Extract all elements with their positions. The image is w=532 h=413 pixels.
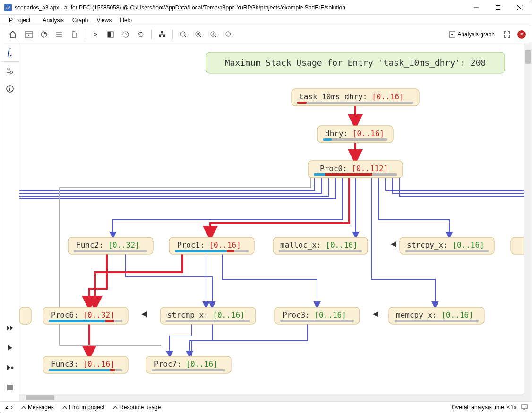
svg-rect-58 xyxy=(74,250,147,252)
svg-rect-39 xyxy=(7,385,13,390)
svg-rect-4 xyxy=(26,31,32,38)
menu-graph[interactable]: Graph xyxy=(69,16,92,25)
expand-icon[interactable] xyxy=(391,241,396,247)
node-proc3[interactable]: Proc3: [0..16] xyxy=(275,307,360,324)
sliders-icon[interactable] xyxy=(1,62,19,80)
zoom-fit-icon[interactable] xyxy=(192,28,205,41)
node-offscreen-left[interactable] xyxy=(19,307,31,324)
refresh-icon[interactable] xyxy=(134,28,147,41)
pie-icon[interactable] xyxy=(37,28,51,41)
svg-rect-14 xyxy=(161,31,163,33)
close-panel-icon[interactable]: ✕ xyxy=(517,30,526,39)
expand-statusbar-icon[interactable]: › xyxy=(4,404,13,411)
find-in-project-button[interactable]: Find in project xyxy=(62,404,104,411)
svg-text:Proc1: [0..16]: Proc1: [0..16] xyxy=(177,241,241,250)
node-strcpy-x[interactable]: strcpy_x: [0..16] xyxy=(400,237,494,254)
node-malloc-x[interactable]: malloc_x: [0..16] xyxy=(273,237,368,254)
svg-point-32 xyxy=(7,68,9,70)
svg-rect-80 xyxy=(280,320,354,322)
svg-text:dhry: [0..16]: dhry: [0..16] xyxy=(325,129,384,138)
svg-rect-92 xyxy=(522,405,527,409)
menu-project[interactable]: Project xyxy=(5,16,38,25)
svg-point-36 xyxy=(9,87,10,88)
node-task-10ms-dhry[interactable]: task_10ms_dhry: [0..16] xyxy=(292,89,419,106)
svg-rect-62 xyxy=(175,250,227,252)
stop-icon[interactable] xyxy=(1,379,19,396)
titlebar: a³ scenarios_a3.apx - a³ for PPC (159850… xyxy=(0,0,532,15)
contrast-icon[interactable] xyxy=(104,28,117,41)
svg-rect-73 xyxy=(49,320,105,322)
svg-rect-66 xyxy=(279,250,362,252)
graph-canvas[interactable]: Maximum Stack Usage for Entry 'task_10ms… xyxy=(19,43,532,401)
fx-icon[interactable]: fx xyxy=(1,44,19,62)
play-icon[interactable] xyxy=(1,339,19,357)
svg-text:Proc3: [0..16]: Proc3: [0..16] xyxy=(283,310,346,319)
svg-line-18 xyxy=(185,36,186,37)
svg-rect-87 xyxy=(49,369,110,371)
vertical-scrollbar[interactable] xyxy=(524,43,532,394)
expand-icon[interactable] xyxy=(141,311,147,317)
close-button[interactable] xyxy=(509,0,531,15)
svg-line-20 xyxy=(200,36,201,37)
node-proc6[interactable]: Proc6: [0..32] xyxy=(43,307,128,324)
maximize-button[interactable] xyxy=(487,0,509,15)
svg-text:strcmp_x: [0..16]: strcmp_x: [0..16] xyxy=(167,310,245,319)
svg-point-30 xyxy=(451,34,453,35)
node-strcmp-x[interactable]: strcmp_x: [0..16] xyxy=(160,307,256,324)
svg-text:Proc6: [0..32]: Proc6: [0..32] xyxy=(51,310,115,319)
svg-rect-21 xyxy=(197,33,199,35)
node-func3[interactable]: Func3: [0..16] xyxy=(43,356,128,373)
fast-forward-icon[interactable] xyxy=(1,319,19,337)
zoom-out-icon[interactable] xyxy=(222,28,235,41)
fullscreen-icon[interactable] xyxy=(500,28,514,41)
svg-rect-69 xyxy=(405,250,489,252)
svg-line-27 xyxy=(230,36,232,37)
svg-text:strcpy_x: [0..16]: strcpy_x: [0..16] xyxy=(407,241,484,250)
menu-help[interactable]: Help xyxy=(116,16,136,25)
minimize-button[interactable] xyxy=(465,0,487,15)
analysis-graph-button[interactable]: Analysis graph xyxy=(447,31,497,38)
chevron-right-icon[interactable] xyxy=(89,28,102,41)
toolbar: Analysis graph ✕ xyxy=(0,26,532,43)
svg-rect-54 xyxy=(314,173,325,176)
svg-rect-63 xyxy=(227,250,234,252)
panel-icon[interactable] xyxy=(22,28,35,41)
monitor-icon[interactable] xyxy=(521,404,528,411)
expand-icon[interactable] xyxy=(373,311,378,317)
svg-text:malloc_x: [0..16]: malloc_x: [0..16] xyxy=(280,241,358,250)
svg-text:Proc7: [0..16]: Proc7: [0..16] xyxy=(154,360,218,369)
clock-icon[interactable] xyxy=(119,28,132,41)
svg-rect-1 xyxy=(496,5,500,9)
svg-point-38 xyxy=(11,367,13,369)
svg-text:Func3: [0..16]: Func3: [0..16] xyxy=(51,360,115,369)
node-offscreen[interactable] xyxy=(511,237,524,254)
play-to-icon[interactable] xyxy=(1,359,19,377)
node-func2[interactable]: Func2: [0..32] xyxy=(68,237,153,254)
statusbar: › Messages Find in project Resource usag… xyxy=(0,401,532,413)
svg-rect-45 xyxy=(297,102,413,104)
svg-point-19 xyxy=(196,32,200,36)
svg-rect-77 xyxy=(166,320,250,322)
node-proc1[interactable]: Proc1: [0..16] xyxy=(169,237,254,254)
node-proc0[interactable]: Proc0: [0..112] xyxy=(308,161,403,178)
document-icon[interactable] xyxy=(68,28,81,41)
info-icon[interactable] xyxy=(1,80,19,98)
menu-views[interactable]: Views xyxy=(93,16,115,25)
menu-analysis[interactable]: Analysis xyxy=(39,16,68,25)
app-icon: a³ xyxy=(4,4,12,11)
horizontal-scrollbar[interactable] xyxy=(19,394,524,401)
list-icon[interactable] xyxy=(52,28,66,41)
tree-icon[interactable] xyxy=(155,28,169,41)
node-memcpy-x[interactable]: memcpy_x: [0..16] xyxy=(389,307,484,324)
messages-button[interactable]: Messages xyxy=(21,404,54,411)
node-proc7[interactable]: Proc7: [0..16] xyxy=(146,356,231,373)
zoom-in-icon[interactable] xyxy=(207,28,220,41)
svg-rect-91 xyxy=(152,369,225,371)
node-dhry[interactable]: dhry: [0..16] xyxy=(317,126,393,143)
resource-usage-button[interactable]: Resource usage xyxy=(113,404,161,411)
svg-text:task_10ms_dhry: [0..16]: task_10ms_dhry: [0..16] xyxy=(299,92,404,101)
home-icon[interactable] xyxy=(6,28,19,41)
scroll-corner xyxy=(524,394,532,401)
zoom-reset-icon[interactable] xyxy=(177,28,190,41)
svg-point-34 xyxy=(10,71,12,74)
